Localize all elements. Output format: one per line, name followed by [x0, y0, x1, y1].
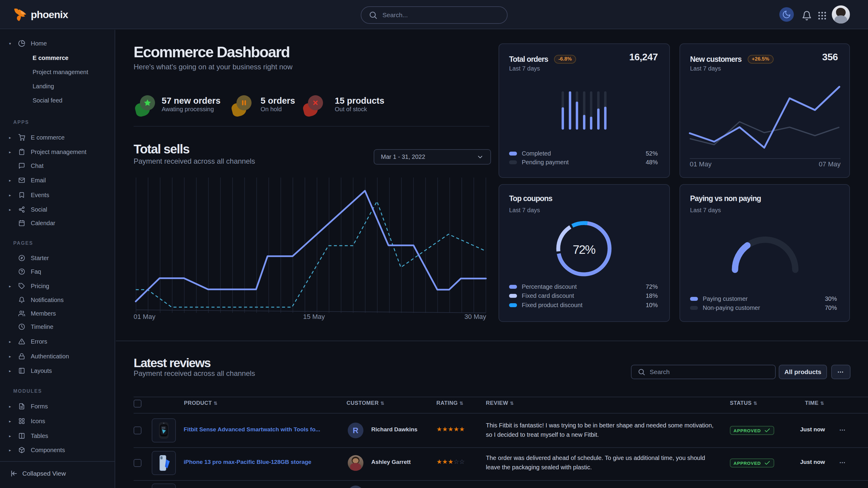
svg-text:15 May: 15 May [303, 313, 325, 320]
svg-text:30 May: 30 May [464, 313, 486, 320]
svg-text:01 May: 01 May [690, 160, 711, 168]
svg-text:01 May: 01 May [134, 313, 155, 320]
svg-text:07 May: 07 May [819, 160, 841, 168]
svg-text:72%: 72% [573, 243, 595, 256]
